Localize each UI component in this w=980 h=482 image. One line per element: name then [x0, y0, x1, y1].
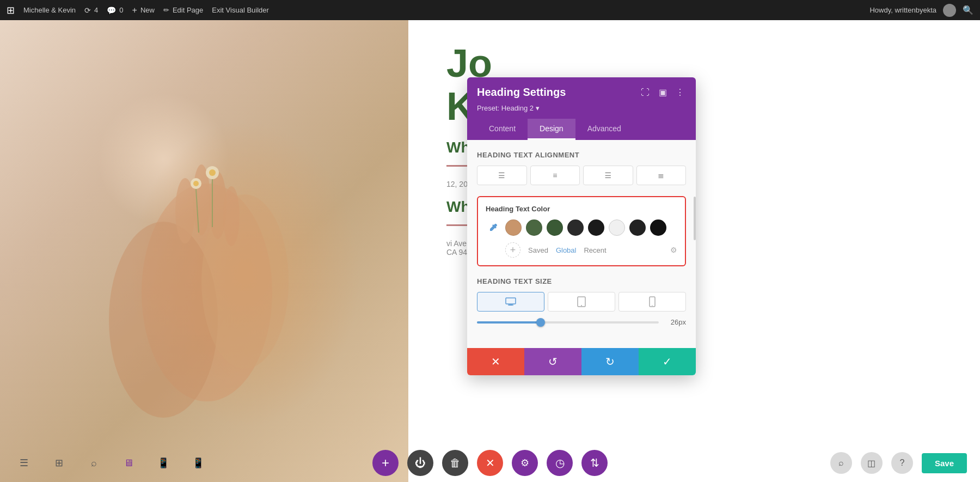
toolbar-left: ☰ ⊞ ⌕ 🖥 📱 📱	[13, 452, 209, 474]
panel-title: Heading Settings	[477, 86, 566, 99]
user-avatar[interactable]	[943, 4, 956, 17]
delete-btn[interactable]: 🗑	[442, 450, 468, 476]
wp-logo[interactable]: ⊞	[7, 4, 15, 16]
search-modules-btn[interactable]: ⌕	[83, 452, 105, 474]
toolbar-right: ⌕ ◫ ? Save	[830, 452, 967, 474]
desktop-preview-btn[interactable]: 🖥	[118, 452, 139, 474]
search-icon-right[interactable]: ⌕	[830, 452, 852, 474]
size-slider-track[interactable]	[477, 321, 659, 324]
size-label: Heading Text Size	[477, 277, 686, 285]
color-swatch-8[interactable]	[650, 219, 666, 236]
panel-tabs: Content Design Advanced	[477, 119, 686, 140]
close-builder-btn[interactable]: ✕	[477, 450, 503, 476]
tab-advanced[interactable]: Advanced	[575, 119, 633, 140]
panel-body: Heading Text Alignment ☰ ≡ ☰ ≣ Heading T…	[467, 140, 696, 348]
site-name[interactable]: Michelle & Kevin	[23, 6, 76, 14]
mobile-device-btn[interactable]	[618, 292, 686, 312]
align-center-btn[interactable]: ≡	[530, 166, 580, 185]
redo-button[interactable]: ↻	[581, 348, 639, 375]
admin-bar: ⊞ Michelle & Kevin ⟳ 4 💬 0 + New ✏ Edit …	[0, 0, 980, 20]
color-swatches-row	[486, 219, 677, 236]
recent-colors-btn[interactable]: Recent	[584, 246, 606, 254]
cancel-button[interactable]: ✕	[467, 348, 524, 375]
undo-button[interactable]: ↺	[524, 348, 581, 375]
align-left-btn[interactable]: ☰	[477, 166, 527, 185]
edit-page-link[interactable]: ✏ Edit Page	[163, 6, 203, 14]
color-swatch-6[interactable]	[609, 219, 625, 236]
tablet-preview-btn[interactable]: 📱	[152, 452, 174, 474]
panel-header: Heading Settings ⛶ ▣ ⋮ Preset: Heading 2…	[467, 77, 696, 140]
add-element-btn[interactable]: +	[372, 450, 399, 476]
svg-point-6	[223, 186, 240, 246]
device-selector	[477, 292, 686, 312]
desktop-device-btn[interactable]	[477, 292, 544, 312]
power-btn[interactable]: ⏻	[407, 450, 433, 476]
page-content: Jo Kn Wh 12, 2025 4:00pm Wh vi Avenue CA…	[0, 20, 980, 482]
svg-rect-13	[506, 298, 516, 304]
align-right-btn[interactable]: ☰	[583, 166, 633, 185]
tablet-device-btn[interactable]	[548, 292, 615, 312]
text-size-section: Heading Text Size	[477, 277, 686, 326]
color-swatch-3[interactable]	[547, 219, 563, 236]
confirm-button[interactable]: ✓	[639, 348, 696, 375]
color-settings-icon[interactable]: ⚙	[670, 246, 677, 254]
svg-point-1	[109, 222, 218, 418]
layers-icon[interactable]: ◫	[861, 452, 883, 474]
hamburger-menu-btn[interactable]: ☰	[13, 452, 35, 474]
exit-builder-link[interactable]: Exit Visual Builder	[212, 6, 269, 14]
more-options-icon[interactable]: ⋮	[674, 87, 686, 99]
global-colors-btn[interactable]: Global	[556, 246, 577, 254]
size-slider-thumb[interactable]	[536, 318, 545, 327]
mobile-preview-btn[interactable]: 📱	[187, 452, 209, 474]
svg-point-3	[175, 178, 195, 243]
tab-content[interactable]: Content	[477, 119, 528, 140]
collapse-icon[interactable]: ▣	[657, 87, 669, 99]
panel-scrollbar[interactable]	[694, 77, 696, 375]
settings-panel: Heading Settings ⛶ ▣ ⋮ Preset: Heading 2…	[467, 77, 696, 375]
bottom-toolbar: ☰ ⊞ ⌕ 🖥 📱 📱 + ⏻ 🗑 ✕ ⚙ ◷ ⇅ ⌕ ◫ ? Save	[0, 444, 980, 482]
settings-btn[interactable]: ⚙	[512, 450, 538, 476]
color-swatch-7[interactable]	[629, 219, 646, 236]
svg-point-19	[652, 305, 653, 306]
help-icon[interactable]: ?	[891, 452, 913, 474]
page-hero-image	[0, 20, 408, 482]
add-color-button[interactable]: +	[505, 242, 520, 258]
text-color-section: Heading Text Color	[477, 196, 686, 266]
color-swatch-2[interactable]	[526, 219, 542, 236]
eyedropper-button[interactable]	[486, 220, 501, 235]
color-swatch-4[interactable]	[567, 219, 584, 236]
alignment-label: Heading Text Alignment	[477, 151, 686, 159]
color-swatch-5[interactable]	[588, 219, 604, 236]
color-swatch-1[interactable]	[505, 219, 522, 236]
toolbar-center: + ⏻ 🗑 ✕ ⚙ ◷ ⇅	[372, 450, 608, 476]
new-button[interactable]: + New	[132, 5, 155, 15]
svg-point-10	[193, 181, 199, 186]
revisions-count[interactable]: ⟳ 4	[84, 6, 98, 15]
fullscreen-icon[interactable]: ⛶	[639, 87, 651, 99]
preset-selector[interactable]: Preset: Heading 2 ▾	[477, 104, 686, 112]
size-value-display: 26px	[665, 318, 686, 326]
color-actions: + Saved Global Recent ⚙	[486, 242, 677, 258]
save-button[interactable]: Save	[922, 453, 967, 473]
color-label: Heading Text Color	[486, 205, 677, 213]
tab-design[interactable]: Design	[528, 119, 575, 140]
svg-point-8	[209, 169, 216, 176]
saved-colors-btn[interactable]: Saved	[528, 246, 548, 254]
responsive-btn[interactable]: ⇅	[581, 450, 608, 476]
alignment-options: ☰ ≡ ☰ ≣	[477, 166, 686, 185]
align-justify-btn[interactable]: ≣	[636, 166, 687, 185]
panel-actions: ✕ ↺ ↻ ✓	[467, 348, 696, 375]
history-btn[interactable]: ◷	[547, 450, 573, 476]
svg-point-17	[581, 305, 582, 306]
grid-view-btn[interactable]: ⊞	[48, 452, 70, 474]
howdy-text: Howdy, writtenbyekta	[869, 6, 936, 14]
admin-search-icon[interactable]: 🔍	[963, 5, 973, 15]
size-slider-row: 26px	[477, 318, 686, 326]
comments-count[interactable]: 💬 0	[107, 6, 123, 15]
